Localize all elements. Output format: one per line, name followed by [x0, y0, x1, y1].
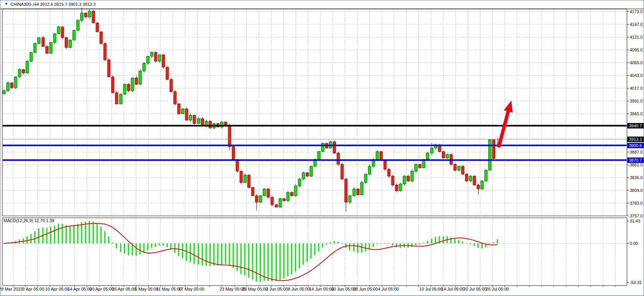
- macd-histogram-bar: [443, 236, 444, 243]
- macd-histogram-bar: [256, 243, 257, 282]
- macd-histogram-bar: [272, 243, 273, 281]
- macd-histogram-bar: [225, 243, 226, 264]
- candle-bearish: [193, 115, 196, 124]
- macd-histogram-bar: [66, 225, 67, 243]
- macd-histogram-bar: [46, 228, 48, 243]
- time-axis-label: 10 Apr 05:00: [45, 287, 69, 291]
- candle-bullish: [197, 119, 200, 124]
- symbol-dropdown-icon[interactable]: ▼: [5, 2, 8, 6]
- candle-bullish: [139, 71, 142, 84]
- candle-bullish: [18, 70, 21, 77]
- candle-bearish: [232, 147, 235, 159]
- candle-bearish: [127, 84, 130, 91]
- macd-histogram-bar: [143, 243, 145, 253]
- macd-histogram-bar: [182, 243, 183, 258]
- candle-bullish: [189, 115, 192, 120]
- macd-histogram-bar: [198, 243, 199, 265]
- macd-histogram-bar: [381, 243, 382, 243]
- macd-histogram-bar: [81, 222, 82, 243]
- macd-histogram-bar: [217, 243, 219, 265]
- candle-bullish: [123, 84, 126, 94]
- macd-indicator-label: MACD(12,26,9) 12.70 1.39: [3, 218, 54, 223]
- macd-histogram-bar: [373, 243, 374, 247]
- time-axis-label: 14 Apr 05:00: [68, 287, 92, 291]
- candle-bearish: [178, 104, 180, 114]
- mt4-chart-window: 4173.04147.04121.04095.04069.04043.04017…: [0, 0, 644, 296]
- price-axis-label: 3887.0: [630, 150, 643, 154]
- candle-bearish: [162, 55, 165, 67]
- macd-histogram-bar: [474, 243, 475, 246]
- candle-bullish: [7, 83, 9, 91]
- macd-histogram-bar: [345, 243, 347, 248]
- candle-bearish: [255, 196, 258, 202]
- time-axis-label: 26 Apr 05:00: [112, 287, 136, 291]
- candle-bearish: [395, 185, 398, 191]
- candle-bearish: [306, 173, 309, 176]
- price-axis-label: 4017.0: [630, 86, 643, 91]
- macd-histogram-bar: [435, 237, 436, 243]
- time-axis-label: 20 Jun 05:00: [331, 287, 356, 291]
- candle-bearish: [111, 77, 114, 93]
- candle-bearish: [166, 67, 169, 79]
- candle-bearish: [251, 187, 254, 196]
- macd-histogram-bar: [423, 243, 424, 243]
- candle-bullish: [310, 166, 313, 176]
- macd-axis-label: 0.00: [630, 241, 638, 246]
- candle-bearish: [135, 78, 138, 84]
- candle-bullish: [143, 63, 145, 71]
- macd-histogram-bar: [361, 243, 362, 253]
- main-pane[interactable]: [2, 9, 627, 216]
- macd-histogram-bar: [241, 243, 242, 274]
- candle-bearish: [442, 152, 445, 158]
- time-axis: 28 Mar 20233 Apr 05:0010 Apr 05:0014 Apr…: [0, 287, 509, 291]
- candle-bullish: [287, 192, 289, 201]
- price-tag-support-1[interactable]: 3900.6: [627, 143, 644, 148]
- price-tag-support-2[interactable]: 3870.7: [627, 157, 644, 163]
- candle-bullish: [485, 170, 487, 181]
- time-axis-label: 20 Apr 05:00: [90, 287, 114, 291]
- candle-bullish: [368, 166, 371, 174]
- candle-bearish: [267, 189, 270, 197]
- price-axis-label: 3809.0: [630, 188, 643, 193]
- candle-bearish: [209, 121, 212, 128]
- macd-histogram-bar: [454, 239, 456, 243]
- candle-bearish: [185, 109, 188, 120]
- macd-histogram-bar: [89, 221, 90, 243]
- time-axis-label: 17 May 05:00: [179, 287, 205, 291]
- macd-histogram-bar: [151, 243, 152, 248]
- candle-bullish: [26, 61, 29, 73]
- macd-histogram-bar: [62, 224, 63, 243]
- candle-bullish: [489, 140, 491, 170]
- macd-histogram-bar: [136, 243, 137, 256]
- macd-histogram-bar: [50, 227, 51, 243]
- macd-histogram-bar: [54, 226, 55, 243]
- candle-bearish: [461, 166, 464, 174]
- macd-histogram-bar: [233, 243, 234, 268]
- macd-histogram-bar: [419, 243, 420, 244]
- price-axis-label: 4043.0: [630, 73, 643, 78]
- macd-histogram-bar: [342, 243, 343, 244]
- price-axis-label: 4095.0: [630, 48, 643, 52]
- candle-bullish: [294, 186, 297, 196]
- candle-bullish: [298, 179, 301, 186]
- candle-bullish: [458, 166, 460, 170]
- macd-histogram-bar: [120, 243, 121, 252]
- chart-canvas[interactable]: 4173.04147.04121.04095.04069.04043.04017…: [0, 0, 644, 296]
- candle-bearish: [477, 185, 480, 189]
- macd-histogram-bar: [322, 243, 323, 247]
- macd-histogram-bar: [377, 243, 378, 244]
- candle-bullish: [364, 174, 367, 183]
- macd-histogram-bar: [252, 243, 253, 280]
- candle-bearish: [22, 70, 25, 73]
- candle-bullish: [50, 43, 52, 53]
- price-tag-resistance[interactable]: 3940.7: [627, 123, 644, 128]
- macd-histogram-bar: [493, 242, 494, 243]
- candle-bearish: [108, 60, 110, 77]
- candle-bullish: [57, 27, 60, 34]
- time-axis-label: 23 May 05:00: [220, 287, 246, 291]
- candle-bullish: [321, 143, 324, 152]
- macd-histogram-bar: [260, 243, 261, 282]
- candle-bullish: [353, 189, 355, 196]
- time-axis-label: 29 May 05:00: [242, 287, 268, 291]
- macd-histogram-bar: [97, 224, 98, 243]
